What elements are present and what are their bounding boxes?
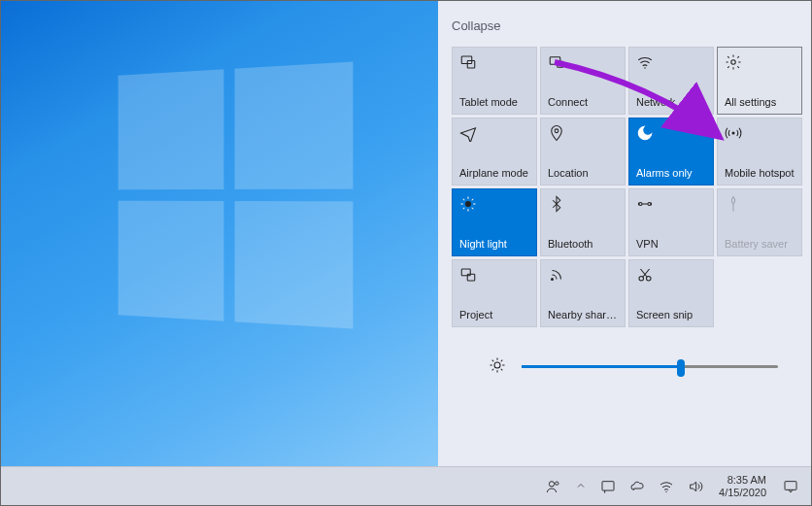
quick-action-connect[interactable]: Connect [540,47,626,115]
brightness-slider-row [452,356,799,377]
quick-action-label: Mobile hotspot [725,167,795,179]
svg-point-6 [555,129,558,133]
quick-action-all-settings[interactable]: All settings [717,47,802,115]
svg-line-16 [472,199,474,201]
svg-point-7 [732,132,735,135]
project-icon [459,266,477,284]
mobile-hotspot-icon [725,124,742,142]
taskbar-date: 4/15/2020 [719,487,766,499]
quick-action-label: Bluetooth [548,238,618,250]
svg-line-34 [501,369,503,371]
quick-action-airplane-mode[interactable]: Airplane mode [452,118,537,186]
alarms-only-icon [636,124,654,142]
quick-action-label: Alarms only [636,167,706,179]
svg-point-28 [494,362,500,368]
quick-action-battery-saver: Battery saver [717,188,802,256]
input-indicator-tray-icon[interactable] [594,467,622,505]
quick-action-mobile-hotspot[interactable]: Mobile hotspot [717,118,802,186]
collapse-button[interactable]: Collapse [452,18,501,33]
action-center-tray-button[interactable] [776,467,805,505]
quick-actions-grid: Tablet modeConnectNetworkAll settingsAir… [452,47,799,327]
brightness-icon [489,356,506,377]
taskbar: 8:35 AM 4/15/2020 [1,466,811,505]
people-tray-icon[interactable] [540,467,567,505]
quick-action-label: Connect [548,96,618,108]
quick-action-label: Network [636,96,706,108]
svg-point-5 [731,60,736,65]
quick-action-label: Night light [459,238,529,250]
svg-point-38 [556,482,558,485]
svg-rect-39 [602,481,614,489]
svg-line-15 [463,208,465,210]
quick-action-network[interactable]: Network [628,47,714,115]
network-icon [636,53,654,71]
onedrive-tray-icon[interactable] [624,467,651,505]
volume-tray-icon[interactable] [682,467,709,505]
svg-line-35 [492,369,494,371]
wifi-tray-icon[interactable] [653,467,680,505]
quick-action-label: Airplane mode [459,167,529,179]
tablet-mode-icon [459,53,477,71]
quick-action-label: Battery saver [725,238,795,250]
svg-point-17 [639,203,642,206]
svg-point-4 [644,67,646,69]
svg-point-8 [465,201,471,207]
taskbar-time: 8:35 AM [727,474,766,487]
quick-action-tablet-mode[interactable]: Tablet mode [452,47,537,115]
svg-marker-42 [691,482,696,490]
quick-action-label: Tablet mode [459,96,529,108]
svg-rect-2 [550,57,560,65]
windows-logo-icon [118,62,354,329]
quick-action-screen-snip[interactable]: Screen snip [628,259,714,327]
quick-action-bluetooth[interactable]: Bluetooth [540,188,626,256]
svg-line-13 [463,199,465,201]
svg-line-36 [501,360,503,362]
airplane-mode-icon [459,124,477,142]
quick-action-alarms-only[interactable]: Alarms only [628,118,714,186]
svg-point-23 [551,278,554,281]
svg-line-33 [492,360,494,362]
svg-rect-43 [785,481,796,489]
screen-snip-icon [636,266,654,284]
svg-point-18 [648,203,651,206]
quick-action-vpn[interactable]: VPN [628,188,714,256]
location-icon [548,124,565,142]
svg-point-41 [665,490,666,491]
quick-action-location[interactable]: Location [540,118,626,186]
svg-rect-0 [461,56,472,64]
quick-action-nearby-sharing[interactable]: Nearby sharing [540,259,626,327]
svg-line-14 [472,208,474,210]
quick-action-label: Project [459,309,529,320]
nearby-sharing-icon [548,266,565,284]
brightness-slider-thumb[interactable] [677,359,685,377]
vpn-icon [636,195,654,213]
brightness-slider[interactable] [522,365,778,368]
quick-action-label: Nearby sharing [548,309,618,320]
bluetooth-icon [548,195,565,213]
quick-action-label: Location [548,167,618,179]
action-center-panel: Collapse Tablet modeConnectNetworkAll se… [438,1,812,468]
battery-saver-icon [725,195,742,213]
taskbar-clock[interactable]: 8:35 AM 4/15/2020 [711,474,774,499]
quick-action-project[interactable]: Project [452,259,537,327]
quick-action-night-light[interactable]: Night light [452,188,537,256]
all-settings-icon [725,53,742,71]
tray-overflow-chevron-icon[interactable] [569,480,592,493]
svg-point-37 [549,481,554,486]
desktop-wallpaper [1,1,438,468]
connect-icon [548,53,565,71]
night-light-icon [459,195,477,213]
svg-rect-1 [467,61,475,69]
quick-action-label: All settings [725,96,795,108]
quick-action-label: VPN [636,238,706,250]
quick-action-label: Screen snip [636,309,706,320]
